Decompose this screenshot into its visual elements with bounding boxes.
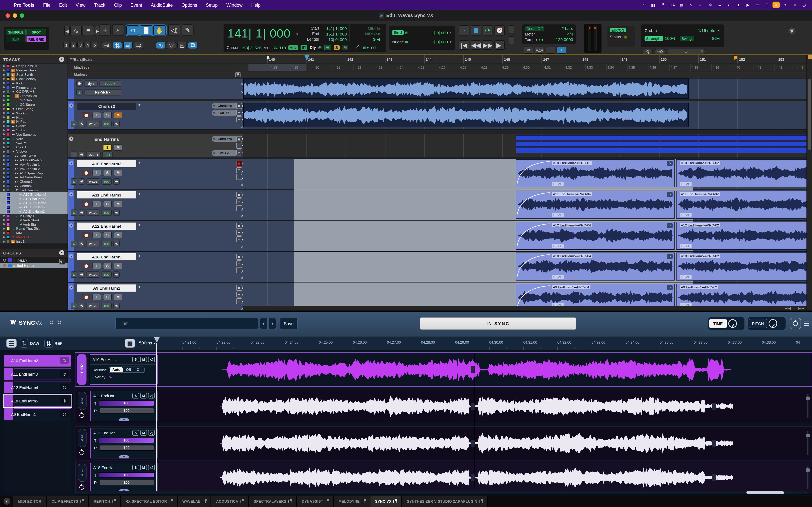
sidebar-track-vox-riddim-1[interactable]: ▸▸Vox Riddim 1	[0, 162, 67, 167]
track-visibility-eye-icon[interactable]: ◎	[60, 384, 69, 391]
quantize-input-button[interactable]: ⇥Q	[655, 49, 665, 54]
track-m-button[interactable]: M	[114, 201, 122, 207]
redo-icon[interactable]: ↻	[57, 319, 62, 326]
timecheck-status-icon[interactable]: ✓	[697, 2, 705, 8]
strength-label[interactable]: Strength:	[645, 36, 663, 41]
track-comments-button[interactable]: ≡	[236, 261, 242, 266]
toolbar-options-button[interactable]: ▼	[788, 27, 796, 36]
folder-solo-button[interactable]: S	[103, 145, 112, 151]
playhead-marker[interactable]	[305, 55, 309, 61]
stream-status-icon[interactable]: ϟ	[687, 2, 695, 8]
globe-status-icon[interactable]: ◐	[725, 2, 733, 8]
trim-tool[interactable]: ⟤	[126, 25, 139, 36]
track-m-button[interactable]: M	[114, 112, 122, 118]
notes-status-icon[interactable]: ♬	[640, 2, 648, 8]
track-collapse-icon[interactable]: ▼	[69, 192, 73, 196]
insert-slot-chnlstrp[interactable]: ChnlStrp	[212, 103, 238, 109]
lane-mute-button[interactable]: M	[140, 357, 147, 362]
pre-roll-button[interactable]: P	[495, 25, 505, 36]
play-button[interactable]: ◔	[459, 25, 469, 36]
target-icon[interactable]: ◎	[318, 45, 322, 50]
sidebar-track-verb[interactable]: ↓Verb	[0, 137, 67, 141]
track-s-button[interactable]: S	[103, 294, 112, 300]
track-header-end-harrms[interactable]: ▼End HarrmsSM◔✳over ▾rd ▾ChnlStrpPSA-1ab…	[68, 134, 243, 157]
insert-slot-psa-1[interactable]: PSA-1	[212, 150, 238, 156]
film-status-icon[interactable]: ▤	[678, 2, 686, 8]
delay-compensation-label[interactable]: Dly	[310, 45, 316, 50]
card-collapse-chip[interactable]: ▼	[119, 418, 129, 421]
dots-status-icon[interactable]: ⠛	[659, 2, 667, 8]
audio-clip[interactable]: A11 EndHarm3-ePRO-02∿⊦ 0 dB	[676, 190, 812, 219]
loop-playback-button[interactable]: ⟳	[483, 25, 493, 36]
ruler-list-icon[interactable]: ▤▾	[69, 57, 74, 61]
track-comments-button[interactable]: ≡	[236, 167, 242, 173]
next-preset-button[interactable]: ›	[268, 318, 276, 330]
pencil-tool[interactable]: ✎	[182, 24, 194, 36]
sidebar-track-voc-samples[interactable]: ▸▸Voc Samples	[0, 132, 67, 137]
track-add-button[interactable]: ＋	[236, 116, 242, 122]
sidebar-track-chorus2[interactable]: ▸▸Chorus2	[0, 184, 67, 188]
sidebar-track-soar-synth[interactable]: шSoar Synth	[0, 72, 67, 77]
insert-slot-mc77[interactable]: MC77	[212, 110, 238, 116]
mic-status-icon[interactable]: ♦	[772, 2, 779, 8]
elastic-audio-icon[interactable]: ✳	[79, 272, 85, 278]
search-status-icon[interactable]: Q	[763, 2, 771, 8]
plugin-track-a12-endharm4[interactable]: A12 EndHarm4◎	[4, 382, 71, 393]
menu-item-setup[interactable]: Setup	[201, 3, 222, 7]
selector-tool[interactable]: ▐▌	[140, 25, 152, 36]
track-i-button[interactable]: I	[92, 112, 101, 118]
scrollbar-thumb[interactable]	[808, 79, 811, 150]
lane-zoom-thumb[interactable]	[806, 434, 810, 437]
track-name-a18-endharm5[interactable]: A18 EndHarm5	[77, 253, 136, 261]
grid-mini-icon[interactable]: ▦ ▾	[363, 46, 369, 50]
add-marker-icon[interactable]: ＋	[244, 72, 248, 78]
record-enable-button[interactable]	[82, 201, 91, 207]
audio-clip[interactable]: A9 EndHarm1-ePRO-04∿⊦ 0 dB	[516, 284, 674, 308]
clip-gain[interactable]: ⊦ 0 dB	[680, 213, 692, 217]
record-enable-button[interactable]	[82, 232, 91, 238]
denoise-option-off[interactable]: Off	[123, 367, 134, 372]
clip-gain[interactable]: ⊦ 0 dB	[552, 213, 564, 217]
zoom-preset-4[interactable]: 4	[85, 42, 91, 48]
track-collapse-icon[interactable]: ▼	[69, 254, 73, 259]
track-i-button[interactable]: I	[92, 201, 101, 207]
grid-toggle[interactable]: Grid	[392, 31, 403, 35]
group--ALL-[interactable]: !<ALL>	[0, 258, 67, 263]
denoise-option-on[interactable]: On	[134, 367, 144, 372]
chunk-grip-2[interactable]: ⠿	[712, 440, 716, 447]
track-m-button[interactable]: M	[114, 263, 122, 269]
undo-icon[interactable]: ↺	[49, 319, 54, 326]
menu-item-pro-tools[interactable]: Pro Tools	[9, 3, 39, 7]
lane-group-pill[interactable]: 1∨	[78, 392, 87, 410]
main-counter[interactable]: 141| 1| 000	[227, 27, 291, 40]
grabber-tool[interactable]: ✋	[153, 25, 166, 36]
time-mode-button[interactable]: TIME	[709, 319, 727, 328]
track-m-button[interactable]: M	[114, 294, 122, 300]
plugin-scrollbar-thumb[interactable]	[747, 491, 784, 494]
folder-view-selector[interactable]: over ▾	[87, 152, 101, 157]
meter-value[interactable]: 4/4	[567, 32, 573, 36]
bars-beats-ruler[interactable]: ▤▾ Bars|Beats 14014114214314414514614714…	[68, 55, 812, 64]
sidebar-track-groovecell[interactable]: шGrooveCell	[0, 94, 67, 98]
automation-mode-selector[interactable]: red	[101, 210, 112, 216]
midi-zoom-button[interactable]: ≡	[83, 25, 94, 36]
sidebar-track-pump-that-shit[interactable]: ↓Pump That Shit	[0, 226, 67, 231]
timebase-icon[interactable]: ▲	[71, 272, 77, 278]
audio-clip[interactable]: A11 EndHarm3-ePRO-04∿⊦ 0 dB	[516, 190, 674, 219]
track-header-chorus2[interactable]: ▼Chorus2▼ISM▲✳wavered∿ChnlStrpMC77aV Ver…	[68, 101, 243, 130]
sidebar-track-mix[interactable]: ↓MIX	[0, 231, 67, 235]
sidebar-track-don-t-walk-1[interactable]: ▸▸Don't Walk 1	[0, 154, 67, 158]
plugin-horizontal-scrollbar[interactable]	[75, 491, 808, 494]
timeline-marker-orange[interactable]	[734, 56, 738, 60]
tracks-menu-icon[interactable]: ▼	[59, 57, 64, 62]
folder-collapse-icon[interactable]: ▼	[69, 136, 73, 141]
audio-clip[interactable]: A10 EndHarm2-ePRO-02∿⊦ 0 dB	[676, 159, 812, 187]
timebase-icon[interactable]: ▲	[71, 121, 77, 127]
track-header-partial[interactable]: ✳dynread ▾▲RePitch ▪devol-2.2pan▶ 0 ◀	[68, 78, 243, 100]
fan-status-icon[interactable]: ✦	[781, 2, 789, 8]
track-header-a10-endharm2[interactable]: ▼A10 EndHarm2▼ISM▲✳wavered∿aV VerbbV Ver…	[68, 159, 243, 189]
track-visibility-eye-icon[interactable]: ◎	[60, 410, 69, 417]
sidebar-track-vox-riddim-2[interactable]: ▸▸Vox Riddim 2	[0, 167, 67, 171]
transport-expand-top[interactable]	[509, 25, 514, 34]
track-view-selector[interactable]: wave	[87, 210, 100, 216]
